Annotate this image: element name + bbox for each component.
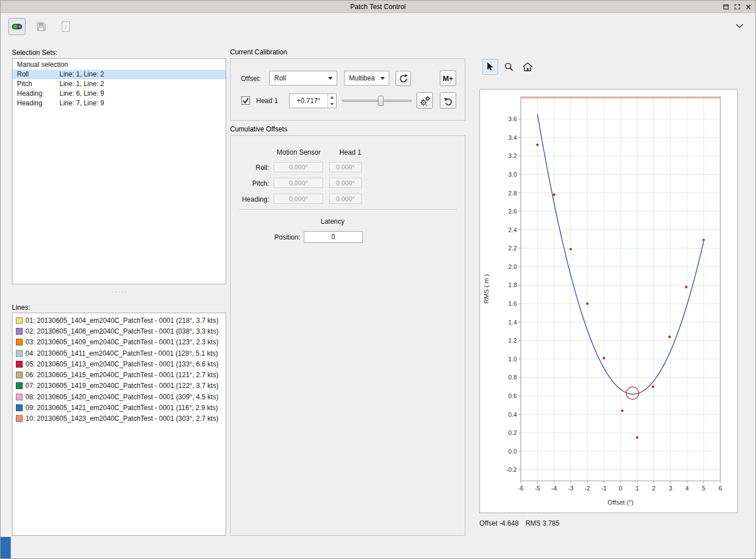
cursor-arrow-icon — [486, 62, 495, 72]
current-calibration-group: Offset: Roll Multibea M+ Head 1 +0.717° — [230, 58, 465, 121]
selection-set-row[interactable]: HeadingLine: 7, Line: 9 — [12, 99, 226, 108]
selection-set-lines: Line: 6, Line: 9 — [60, 89, 104, 99]
line-color-swatch — [16, 415, 23, 422]
line-row[interactable]: 08: 20130605_1420_em2040C_PatchTest - 00… — [12, 391, 226, 402]
line-name: 02: 20130605_1406_em2040C_PatchTest - 00… — [26, 327, 218, 335]
line-name: 10: 20130605_1423_em2040C_PatchTest - 00… — [26, 415, 218, 423]
window-title: Patch Test Control — [350, 3, 406, 11]
pitch-head1-field[interactable]: 0.000° — [329, 178, 362, 188]
svg-text:3.0: 3.0 — [508, 171, 517, 178]
roll-motion-field[interactable]: 0.000° — [274, 162, 323, 172]
refresh-button[interactable] — [396, 71, 411, 86]
line-color-swatch — [16, 372, 23, 378]
close-icon[interactable] — [745, 4, 751, 10]
line-name: 06: 20130605_1415_em2040C_PatchTest - 00… — [26, 371, 218, 379]
chart-select-tool-button[interactable] — [482, 59, 498, 75]
background-window-fragment — [1, 537, 11, 559]
head1-offset-spinner[interactable]: +0.717° — [289, 93, 337, 108]
line-row[interactable]: 03: 20130605_1409_em2040C_PatchTest - 00… — [12, 337, 226, 348]
heading-head1-field[interactable]: 0.000° — [329, 194, 362, 204]
selection-sets-list[interactable]: Manual selectionRollLine: 1, Line: 2Pitc… — [12, 58, 226, 284]
offset-type-select[interactable]: Roll — [269, 71, 337, 86]
head1-label: Head 1 — [256, 97, 278, 105]
slider-handle[interactable] — [378, 96, 384, 106]
chart-status-bar: Offset -4.648RMS 3.785 — [479, 519, 566, 527]
chart-home-button[interactable] — [520, 59, 536, 75]
head1-checkbox[interactable] — [241, 96, 250, 105]
line-row[interactable]: 01: 20130605_1404_em2040C_PatchTest - 00… — [12, 315, 226, 326]
svg-text:0.8: 0.8 — [508, 374, 517, 381]
line-name: 04: 20130605_1411_em2040C_PatchTest - 00… — [26, 349, 218, 357]
selection-set-row[interactable]: Manual selection — [12, 60, 226, 70]
line-name: 09: 20130605_1421_em2040C_PatchTest - 00… — [26, 404, 218, 412]
roll-head1-field[interactable]: 0.000° — [329, 162, 362, 172]
svg-text:5: 5 — [702, 485, 706, 492]
expand-icon[interactable] — [734, 3, 741, 10]
offset-slider[interactable] — [342, 93, 412, 108]
lines-list[interactable]: 01: 20130605_1404_em2040C_PatchTest - 00… — [12, 313, 226, 536]
gears-icon — [419, 95, 431, 107]
spin-down-icon[interactable] — [328, 101, 336, 108]
svg-text:1.8: 1.8 — [508, 281, 517, 288]
pitch-motion-field[interactable]: 0.000° — [274, 178, 323, 188]
svg-text:0.6: 0.6 — [508, 392, 517, 399]
pitch-row-label: Pitch: — [231, 180, 269, 187]
spin-up-icon[interactable] — [328, 94, 336, 101]
save-button[interactable] — [33, 18, 50, 35]
float-window-icon[interactable] — [723, 3, 729, 10]
selection-set-lines: Line: 1, Line: 2 — [60, 70, 104, 79]
selection-set-lines: Line: 7, Line: 9 — [60, 99, 104, 108]
refresh-icon — [398, 73, 409, 84]
line-color-swatch — [16, 317, 23, 324]
svg-text:3.4: 3.4 — [508, 134, 517, 141]
m-plus-button[interactable]: M+ — [440, 70, 456, 86]
info-button[interactable]: i — [57, 18, 74, 35]
sonar-select[interactable]: Multibea — [344, 71, 389, 86]
selection-set-name: Pitch — [17, 79, 32, 89]
titlebar[interactable]: Patch Test Control — [1, 1, 755, 13]
line-name: 01: 20130605_1404_em2040C_PatchTest - 00… — [26, 317, 218, 325]
line-row[interactable]: 10: 20130605_1423_em2040C_PatchTest - 00… — [12, 413, 226, 424]
svg-text:i: i — [65, 23, 66, 30]
reset-button[interactable] — [440, 92, 456, 109]
line-color-swatch — [16, 361, 23, 368]
line-color-swatch — [16, 350, 23, 357]
save-icon — [36, 21, 47, 32]
line-color-swatch — [16, 404, 23, 411]
chevron-down-icon — [735, 23, 744, 29]
patch-test-control-window: Patch Test Control i Selection Sets: Man… — [0, 0, 756, 559]
line-row[interactable]: 07: 20130605_1419_em2040C_PatchTest - 00… — [12, 381, 226, 391]
status-offset-value: Offset -4.648 — [479, 519, 519, 527]
heading-motion-field[interactable]: 0.000° — [274, 194, 323, 204]
position-field[interactable]: 0 — [304, 231, 363, 243]
record-toggle-button[interactable] — [9, 18, 26, 35]
line-row[interactable]: 05: 20130605_1413_em2040C_PatchTest - 00… — [12, 359, 226, 369]
line-row[interactable]: 06: 20130605_1415_em2040C_PatchTest - 00… — [12, 369, 226, 380]
svg-text:0.2: 0.2 — [508, 429, 517, 436]
line-color-swatch — [16, 339, 23, 345]
spinner-buttons[interactable] — [328, 94, 336, 108]
selection-set-name: Heading — [17, 99, 43, 108]
selection-set-name: Roll — [17, 70, 29, 79]
settings-button[interactable] — [417, 92, 433, 109]
line-row[interactable]: 09: 20130605_1421_em2040C_PatchTest - 00… — [12, 402, 226, 413]
selection-set-row[interactable]: HeadingLine: 6, Line: 9 — [12, 89, 226, 99]
status-rms-value: RMS 3.785 — [525, 519, 559, 527]
rms-chart[interactable]: -6-5-4-3-2-10123456-0.20.00.20.40.60.81.… — [479, 89, 738, 513]
selection-set-row[interactable]: PitchLine: 1, Line: 2 — [12, 79, 226, 89]
svg-text:-6: -6 — [518, 485, 524, 492]
line-row[interactable]: 04: 20130605_1411_em2040C_PatchTest - 00… — [12, 348, 226, 359]
chart-plot-area[interactable]: -6-5-4-3-2-10123456-0.20.00.20.40.60.81.… — [480, 89, 737, 513]
line-name: 03: 20130605_1409_em2040C_PatchTest - 00… — [26, 338, 218, 346]
splitter-handle[interactable]: ····· — [112, 288, 128, 295]
collapse-panel-button[interactable] — [733, 22, 746, 30]
line-row[interactable]: 02: 20130605_1406_em2040C_PatchTest - 00… — [12, 326, 226, 336]
record-toggle-icon — [11, 20, 23, 33]
cumulative-offsets-group: Motion Sensor Head 1 Roll: 0.000° 0.000°… — [230, 135, 465, 536]
selection-set-row[interactable]: RollLine: 1, Line: 2 — [12, 70, 226, 79]
chart-zoom-tool-button[interactable] — [501, 59, 517, 75]
home-icon — [522, 62, 533, 72]
line-color-swatch — [16, 382, 23, 389]
cumulative-offsets-title: Cumulative Offsets — [230, 125, 287, 133]
svg-text:1.2: 1.2 — [508, 337, 517, 344]
